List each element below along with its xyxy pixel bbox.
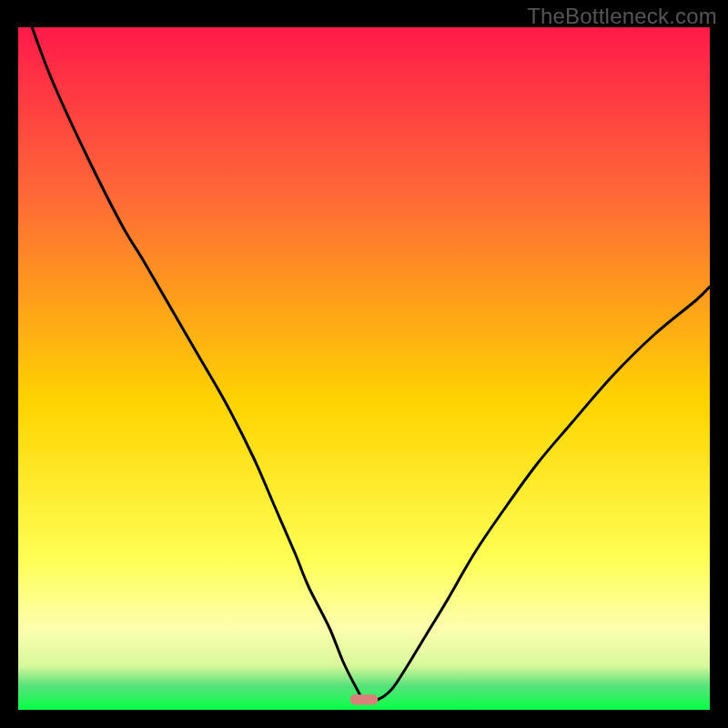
optimal-marker: [350, 694, 378, 704]
chart-svg: [18, 27, 710, 710]
plot-area: [18, 27, 710, 710]
chart-frame: TheBottleneck.com: [0, 0, 728, 728]
watermark-text: TheBottleneck.com: [527, 4, 717, 29]
gradient-background: [18, 27, 710, 710]
